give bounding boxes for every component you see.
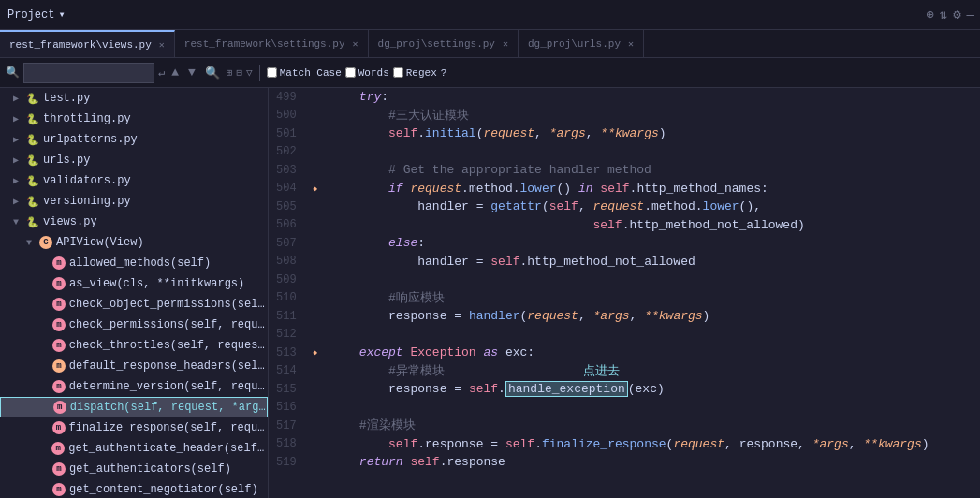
prev-result-button[interactable]: ▲	[168, 64, 182, 81]
minimize-icon[interactable]: —	[967, 7, 974, 22]
funnel-icon[interactable]: ▽	[246, 66, 253, 79]
code-line-row: 499 try:	[269, 88, 980, 107]
gutter-icon	[308, 271, 323, 289]
tree-item-label: urls.py	[43, 154, 90, 167]
tab-label: dg_proj\urls.py	[528, 38, 621, 50]
words-checkbox[interactable]	[345, 67, 356, 78]
line-number: 499	[269, 88, 308, 107]
code-editor[interactable]: 499 try:500 #三大认证模块501 self.initial(requ…	[269, 88, 980, 498]
line-number: 506	[269, 216, 308, 235]
gutter-icon	[308, 289, 323, 308]
sidebar-item[interactable]: mcheck_object_permissions(self,	[0, 294, 268, 315]
search-bar: 🔍 ↵ ▲ ▼ 🔍 ⊞ ⊟ ▽ Match Case Words Regex ?	[0, 58, 980, 88]
sidebar-item[interactable]: mfinalize_response(self, request	[0, 417, 268, 438]
sidebar-item[interactable]: mcheck_throttles(self, request)	[0, 335, 268, 356]
sidebar-item[interactable]: mdefault_response_headers(self)	[0, 356, 268, 376]
file-icon: 🐍	[26, 175, 39, 187]
regex-option[interactable]: Regex	[393, 67, 437, 79]
sidebar-item[interactable]: mcheck_permissions(self, reques	[0, 315, 268, 335]
tree-item-label: test.py	[43, 92, 90, 105]
code-content	[323, 399, 980, 417]
code-content: # Get the appropriate handler method	[323, 161, 980, 180]
tab-settings-py[interactable]: rest_framework\settings.py ✕	[175, 30, 369, 58]
tree-item-label: default_response_headers(self)	[69, 359, 268, 373]
sidebar-item[interactable]: ▼CAPIView(View)	[0, 232, 268, 253]
line-number: 512	[269, 326, 308, 344]
gutter-icon	[308, 143, 323, 162]
sidebar-item[interactable]: ▶🐍versioning.py	[0, 191, 268, 212]
match-case-checkbox[interactable]	[267, 67, 277, 78]
tree-arrow-icon: ▶	[13, 154, 22, 166]
gutter-icon	[308, 362, 323, 381]
tree-arrow-icon: ▼	[26, 238, 36, 248]
regex-checkbox[interactable]	[393, 67, 403, 78]
add-icon[interactable]: ⊕	[926, 7, 933, 22]
help-button[interactable]: ?	[441, 67, 447, 79]
sidebar-item[interactable]: ▶🐍throttling.py	[0, 109, 268, 129]
file-icon: 🐍	[26, 216, 39, 228]
replace-toggle-icon[interactable]: ↵	[158, 66, 165, 80]
tab-views-py[interactable]: rest_framework\views.py ✕	[0, 30, 175, 58]
method-badge-icon: m	[52, 359, 66, 373]
sidebar-item[interactable]: mallowed_methods(self)	[0, 253, 268, 273]
sidebar-item[interactable]: ▶🐍urls.py	[0, 150, 268, 170]
code-line-row: 501 self.initial(request, *args, **kwarg…	[269, 124, 980, 143]
sidebar-item[interactable]: mget_content_negotiator(self)	[0, 479, 268, 498]
sidebar-item[interactable]: mas_view(cls, **initkwargs)	[0, 273, 268, 294]
code-content: try:	[323, 88, 980, 107]
code-content: response = handler(request, *args, **kwa…	[323, 307, 980, 326]
next-result-button[interactable]: ▼	[185, 64, 198, 81]
code-content: #渲染模块	[323, 417, 980, 435]
line-number: 503	[269, 161, 308, 180]
filter-icon[interactable]: ⊟	[236, 66, 242, 79]
line-number: 513	[269, 344, 308, 362]
gutter-icon	[308, 216, 323, 235]
line-number: 511	[269, 307, 308, 326]
sidebar-item[interactable]: ▶🐍test.py	[0, 88, 268, 109]
tab-close-icon[interactable]: ✕	[353, 38, 358, 50]
top-bar: Project ▾ ⊕ ⇅ ⚙ —	[0, 0, 980, 30]
tab-dg-settings[interactable]: dg_proj\settings.py ✕	[369, 30, 519, 58]
sidebar-item[interactable]: mget_authenticators(self)	[0, 459, 268, 479]
sidebar-item[interactable]: ▶🐍validators.py	[0, 170, 268, 191]
tab-close-icon[interactable]: ✕	[628, 38, 634, 50]
gutter-icon	[308, 435, 323, 454]
tab-dg-urls[interactable]: dg_proj\urls.py ✕	[519, 30, 644, 58]
tree-item-label: throttling.py	[43, 112, 131, 125]
tab-close-icon[interactable]: ✕	[159, 39, 165, 51]
code-content: self.initial(request, *args, **kwargs)	[323, 124, 980, 143]
sidebar-item[interactable]: mdetermine_version(self, reques	[0, 376, 268, 397]
line-number: 500	[269, 107, 308, 125]
sidebar-item[interactable]: mget_authenticate_header(self, re	[0, 438, 268, 459]
match-case-option[interactable]: Match Case	[267, 67, 342, 79]
search-input[interactable]	[23, 63, 154, 83]
sort-icon[interactable]: ⇅	[940, 7, 947, 22]
project-dropdown-icon[interactable]: ▾	[58, 7, 65, 22]
settings-icon[interactable]: ⚙	[953, 7, 960, 22]
sidebar-item[interactable]: ▶🐍urlpatterns.py	[0, 129, 268, 150]
line-number: 510	[269, 289, 308, 308]
code-line-row: 509	[269, 271, 980, 289]
tree-arrow-icon: ▶	[13, 196, 22, 207]
tree-item-label: check_permissions(self, reques	[69, 318, 268, 331]
tree-item-label: APIView(View)	[56, 236, 144, 249]
code-content: #三大认证模块	[323, 107, 980, 125]
tree-arrow-icon: ▶	[13, 113, 22, 124]
tree-item-label: finalize_response(self, request	[69, 421, 268, 434]
tree-arrow-icon: ▶	[13, 175, 22, 186]
tab-label: dg_proj\settings.py	[378, 38, 495, 50]
search-divider	[259, 65, 260, 81]
sidebar-item[interactable]: ▼🐍views.py	[0, 212, 268, 232]
find-icon[interactable]: 🔍	[202, 64, 223, 82]
code-content: self.http_method_not_allowed)	[323, 216, 980, 235]
code-content: self.response = self.finalize_response(r…	[323, 435, 980, 454]
tab-close-icon[interactable]: ✕	[503, 38, 508, 50]
tree-item-label: versioning.py	[43, 195, 131, 208]
gutter-icon	[308, 307, 323, 326]
context-icon[interactable]: ⊞	[227, 66, 233, 79]
sidebar-item[interactable]: mdispatch(self, request, *args,	[0, 397, 268, 417]
top-icons: ⊕ ⇅ ⚙ —	[926, 7, 980, 22]
method-badge-icon: m	[52, 421, 66, 434]
words-option[interactable]: Words	[345, 67, 389, 79]
gutter-icon	[308, 399, 323, 417]
